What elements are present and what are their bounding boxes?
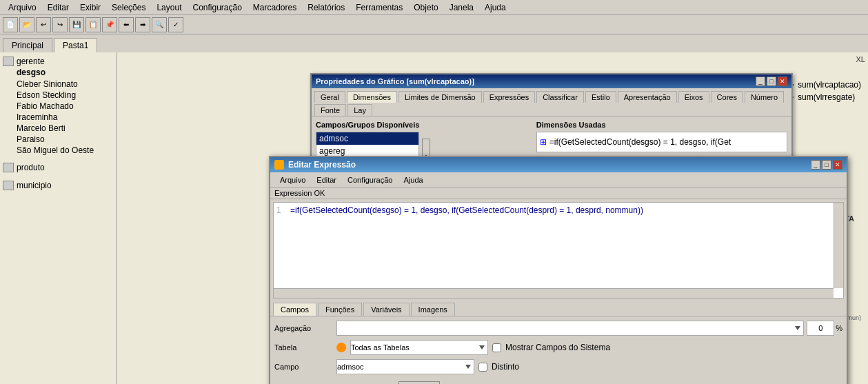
fields-section: Agregação % Tabela Todas as T <box>270 316 847 384</box>
prop-dialog-maximize[interactable]: □ <box>767 77 776 86</box>
filter-municipio[interactable]: municipio <box>3 179 114 192</box>
prop-tab-dimensoes[interactable]: Dimensões <box>347 91 397 103</box>
toolbar: 📄 📂 ↩ ↪ 💾 📋 📌 ⬅ ➡ 🔍 ✓ <box>0 15 868 34</box>
filter-name-4[interactable]: Iraceminha <box>17 112 114 123</box>
agregacao-row: Agregação % <box>274 321 842 336</box>
filter-name-1[interactable]: Cleber Sinionato <box>17 79 114 90</box>
toolbar-save[interactable]: 💾 <box>69 17 84 32</box>
expr-close[interactable]: ✕ <box>833 160 842 170</box>
expr-title: Editar Expressão <box>274 160 356 170</box>
tab-pasta1[interactable]: Pasta1 <box>54 38 97 52</box>
agregacao-pct[interactable] <box>807 321 834 336</box>
toolbar-check[interactable]: ✓ <box>168 17 183 32</box>
filter-produto[interactable]: produto <box>3 161 114 174</box>
dimensoes-title: Dimensões Usadas <box>536 121 787 129</box>
expr-status: Expression OK <box>270 188 847 199</box>
menu-objeto[interactable]: Objeto <box>408 1 443 14</box>
toolbar-back[interactable]: ⬅ <box>119 17 134 32</box>
menu-ferramentas[interactable]: Ferramentas <box>350 1 408 14</box>
right-panel: XL sum(vlrcaptacao) sum(vlrresgate) LHOS… <box>117 52 868 384</box>
prop-tab-geral[interactable]: Geral <box>314 91 345 103</box>
expr-tab-variaveis[interactable]: Variáveis <box>363 303 409 316</box>
filter-gerente[interactable]: gerente <box>3 55 114 68</box>
prop-tab-expressoes[interactable]: Expressões <box>483 91 535 103</box>
campo-label: Campo <box>274 363 336 371</box>
tabela-select[interactable]: Todas as Tabelas <box>350 340 488 355</box>
filter-desgso-title: desgso <box>3 68 114 77</box>
campos-title: Campos/Grupos Disponíveis <box>316 121 483 129</box>
expr-editor[interactable]: 1 =if(GetSelectedCount(desgso) = 1, desg… <box>273 202 844 299</box>
toolbar-copy[interactable]: 📋 <box>85 17 101 32</box>
menu-exibir[interactable]: Exibir <box>74 1 106 14</box>
menu-configuracao[interactable]: Configuração <box>187 1 247 14</box>
prop-tab-numero[interactable]: Número <box>745 91 784 103</box>
filter-name-5[interactable]: Marcelo Berti <box>17 123 114 134</box>
mostrar-campos-label: Mostrar Campos do Sistema <box>505 343 610 352</box>
prop-tab-cores[interactable]: Cores <box>711 91 743 103</box>
toolbar-search[interactable]: 🔍 <box>152 17 167 32</box>
expr-scrollbar-h[interactable] <box>274 288 834 298</box>
left-panel: gerente desgso Cleber Sinionato Edson St… <box>0 52 117 384</box>
menu-arquivo[interactable]: Arquivo <box>3 1 42 14</box>
expr-minimize[interactable]: _ <box>811 160 820 170</box>
menu-janela[interactable]: Janela <box>444 1 479 14</box>
expr-maximize[interactable]: □ <box>822 160 831 170</box>
prop-dialog-close[interactable]: ✕ <box>778 77 787 86</box>
toolbar-undo[interactable]: ↩ <box>36 17 51 32</box>
campos-item-admsoc[interactable]: admsoc <box>316 132 418 145</box>
filter-municipio-label: municipio <box>17 181 52 190</box>
tabela-radio-icon <box>336 343 346 352</box>
menu-layout[interactable]: Layout <box>151 1 187 14</box>
toolbar-open[interactable]: 📂 <box>19 17 34 32</box>
prop-dialog-controls: _ □ ✕ <box>756 77 787 86</box>
expr-menu-configuracao[interactable]: Configuração <box>342 174 398 185</box>
menu-selecoes[interactable]: Seleções <box>106 1 151 14</box>
agregacao-select[interactable] <box>336 321 804 336</box>
filter-produto-icon <box>3 163 14 172</box>
expr-tab-campos[interactable]: Campos <box>273 303 316 316</box>
toolbar-paste[interactable]: 📌 <box>102 17 117 32</box>
prop-dialog-minimize[interactable]: _ <box>756 77 765 86</box>
expr-tab-funcoes[interactable]: Funções <box>318 303 362 316</box>
expr-menu-editar[interactable]: Editar <box>311 174 342 185</box>
filter-section-gerente: gerente desgso Cleber Sinionato Edson St… <box>3 55 114 156</box>
toolbar-new[interactable]: 📄 <box>3 17 18 32</box>
prop-tab-classificar[interactable]: Classificar <box>536 91 584 103</box>
dimensoes-field[interactable]: ⊞ =if(GetSelectedCount(desgso) = 1, desg… <box>536 132 787 152</box>
toolbar-forward[interactable]: ➡ <box>135 17 150 32</box>
filter-gerente-icon <box>3 57 14 66</box>
campo-row: Campo admsoc Distinto <box>274 359 842 374</box>
filter-name-7[interactable]: São Miguel do Oeste <box>17 145 114 156</box>
expr-scrollbar-v[interactable] <box>834 203 843 288</box>
expr-code: =if(GetSelectedCount(desgso) = 1, desgso… <box>290 205 643 215</box>
menu-ajuda[interactable]: Ajuda <box>479 1 512 14</box>
expr-tab-imagens[interactable]: Imagens <box>411 303 455 316</box>
filter-name-2[interactable]: Edson Steckling <box>17 90 114 101</box>
campo-select[interactable]: admsoc <box>336 359 474 374</box>
legend-label-1: sum(vlrcaptacao) <box>798 80 861 90</box>
expr-tabs: Campos Funções Variáveis Imagens <box>270 301 847 316</box>
main-content: gerente desgso Cleber Sinionato Edson St… <box>0 52 868 384</box>
expr-menu-ajuda[interactable]: Ajuda <box>398 174 428 185</box>
toolbar-redo[interactable]: ↪ <box>52 17 68 32</box>
colar-button[interactable]: Colar <box>398 381 440 384</box>
filter-name-3[interactable]: Fabio Machado <box>17 101 114 112</box>
prop-dialog-title: Propriedades do Gráfico [sum(vlrcaptacao… <box>316 77 474 85</box>
mostrar-campos-sistema-checkbox[interactable] <box>492 343 501 352</box>
menu-relatorios[interactable]: Relatórios <box>302 1 350 14</box>
prop-tab-lay[interactable]: Lay <box>347 104 372 116</box>
prop-tab-fonte[interactable]: Fonte <box>314 104 346 116</box>
expr-menu-arquivo[interactable]: Arquivo <box>274 174 311 185</box>
filter-municipio-icon <box>3 181 14 190</box>
menu-editar[interactable]: Editar <box>42 1 74 14</box>
prop-tab-estilo[interactable]: Estilo <box>585 91 616 103</box>
menu-marcadores[interactable]: Marcadores <box>248 1 302 14</box>
filter-name-6[interactable]: Paraiso <box>17 134 114 145</box>
distinto-checkbox[interactable] <box>478 363 487 372</box>
tab-principal[interactable]: Principal <box>3 38 52 52</box>
filter-produto-label: produto <box>17 163 45 172</box>
prop-tab-eixos[interactable]: Eixos <box>678 91 709 103</box>
expr-dialog: Editar Expressão _ □ ✕ Arquivo Editar Co… <box>269 156 848 384</box>
prop-tab-apresentacao[interactable]: Apresentação <box>618 91 677 103</box>
prop-tab-limites[interactable]: Limites de Dimensão <box>398 91 482 103</box>
